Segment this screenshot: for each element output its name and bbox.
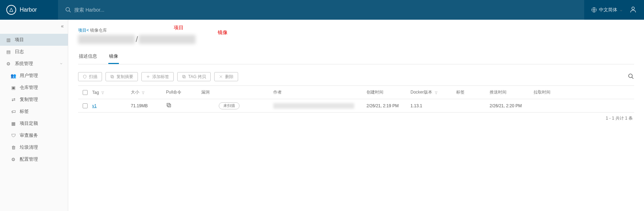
sidebar-item-label: 仓库管理 [20, 84, 38, 91]
cell-pull-cmd [166, 102, 201, 109]
tab-images[interactable]: 镜像 [108, 50, 119, 64]
cell-author [273, 103, 366, 109]
user-icon [629, 6, 637, 13]
sidebar-item-users[interactable]: 👥用户管理 [0, 70, 68, 82]
logo-area: Harbor [0, 5, 58, 15]
select-all-checkbox[interactable] [83, 90, 88, 95]
copy-tag-button[interactable]: TAG 拷贝 [177, 72, 211, 81]
language-label: 中文简体 [599, 7, 617, 13]
sidebar-item-label: 日志 [15, 49, 24, 55]
svg-marker-16 [435, 91, 438, 94]
app-name: Harbor [20, 7, 37, 13]
breadcrumb-sep: < [87, 28, 90, 33]
language-selector[interactable]: 中文简体 [591, 7, 623, 13]
button-label: TAG 拷贝 [188, 74, 206, 80]
registry-icon: ▣ [11, 85, 16, 90]
button-label: 添加标签 [152, 74, 169, 80]
admin-icon: ⚙ [6, 61, 11, 66]
button-label: 复制摘要 [116, 74, 133, 80]
sidebar-item-labels[interactable]: 🏷标签 [0, 106, 68, 117]
chevron-down-icon [619, 8, 623, 12]
sidebar-item-label: 标签 [20, 108, 29, 115]
redacted-project-name: xxxxxxxxxxxxxx [78, 35, 135, 44]
svg-line-13 [632, 77, 633, 79]
column-vuln: 漏洞 [201, 89, 273, 95]
button-label: 删除 [225, 74, 234, 80]
delete-button[interactable]: 删除 [214, 72, 238, 81]
scan-status-badge: 未扫描 [219, 102, 240, 109]
column-pull: Pull命令 [166, 89, 201, 95]
copy-icon [182, 75, 186, 79]
breadcrumb: 项目< 镜像仓库 [78, 27, 634, 33]
redacted-author [273, 103, 354, 109]
close-icon [219, 75, 223, 79]
search-input[interactable] [74, 7, 180, 13]
svg-point-12 [629, 74, 632, 78]
svg-rect-9 [183, 75, 185, 77]
sidebar: « ▥ 项目 ▤ 日志 ⚙ 系统管理 👥用户管理 ▣仓库管理 ⇄复制管理 🏷标签… [0, 20, 68, 211]
annotation-label: 镜像 [218, 30, 228, 36]
copy-digest-button[interactable]: 复制摘要 [106, 72, 138, 81]
table-search-button[interactable] [628, 73, 634, 81]
tag-link[interactable]: v1 [92, 103, 97, 108]
header-right: 中文简体 [584, 6, 644, 14]
toolbar: 扫描 复制摘要 添加标签 TAG 拷贝 删除 [78, 72, 634, 81]
sidebar-item-replication[interactable]: ⇄复制管理 [0, 94, 68, 106]
column-pull-time: 拉取时间 [534, 89, 562, 95]
globe-icon [591, 7, 597, 13]
sidebar-item-interrogation[interactable]: 🛡审查服务 [0, 129, 68, 141]
sidebar-item-config[interactable]: ⚙配置管理 [0, 153, 68, 165]
sidebar-item-label: 审查服务 [20, 132, 38, 139]
global-search[interactable] [58, 0, 584, 20]
tab-info[interactable]: 描述信息 [78, 50, 98, 64]
filter-icon[interactable] [141, 91, 145, 94]
column-push: 推送时间 [490, 89, 534, 95]
add-labels-button[interactable]: 添加标签 [141, 72, 174, 81]
title-sep: / [136, 35, 138, 44]
cell-vuln: 未扫描 [201, 102, 273, 109]
copy-icon [110, 75, 114, 79]
sidebar-item-registries[interactable]: ▣仓库管理 [0, 82, 68, 94]
filter-icon[interactable] [101, 91, 104, 94]
row-checkbox[interactable] [83, 103, 88, 108]
breadcrumb-projects-link[interactable]: 项目 [78, 28, 87, 33]
header: Harbor 中文简体 [0, 0, 644, 20]
sidebar-item-admin[interactable]: ⚙ 系统管理 [0, 58, 68, 70]
sidebar-item-label: 垃圾清理 [20, 144, 38, 151]
column-author: 作者 [273, 89, 366, 95]
sidebar-item-label: 用户管理 [20, 72, 38, 79]
svg-rect-5 [111, 75, 113, 77]
sidebar-item-quotas[interactable]: ▦项目定额 [0, 117, 68, 129]
search-icon [628, 73, 634, 79]
quotas-icon: ▦ [11, 121, 16, 126]
main-content: 项目 镜像 项目< 镜像仓库 xxxxxxxxxxxxxx / xxxxxxxx… [68, 20, 644, 211]
svg-marker-15 [142, 91, 145, 94]
labels-icon: 🏷 [11, 109, 16, 114]
svg-rect-8 [183, 76, 185, 78]
gear-icon: ⚙ [11, 157, 16, 162]
filter-icon[interactable] [434, 91, 438, 94]
users-icon: 👥 [11, 73, 16, 78]
shield-icon [83, 75, 87, 79]
cell-size: 71.19MB [131, 103, 166, 108]
redacted-repo-name: xxxxxxxxxxxxxx [139, 35, 196, 44]
svg-rect-18 [167, 103, 170, 106]
sidebar-item-gc[interactable]: 🗑垃圾清理 [0, 141, 68, 153]
breadcrumb-repos: 镜像仓库 [90, 28, 107, 33]
column-size[interactable]: 大小 [131, 89, 166, 95]
svg-line-1 [69, 11, 71, 12]
scan-button[interactable]: 扫描 [78, 72, 102, 81]
column-docker[interactable]: Docker版本 [410, 89, 456, 95]
sidebar-item-logs[interactable]: ▤ 日志 [0, 46, 68, 58]
sidebar-collapse-button[interactable]: « [61, 23, 64, 29]
repo-title: xxxxxxxxxxxxxx / xxxxxxxxxxxxxx [78, 35, 634, 44]
sidebar-item-projects[interactable]: ▥ 项目 [0, 34, 68, 46]
copy-icon[interactable] [166, 102, 172, 108]
user-menu[interactable] [629, 6, 637, 14]
harbor-logo-icon [6, 5, 16, 15]
column-tag[interactable]: Tag [92, 90, 131, 95]
sidebar-item-label: 系统管理 [15, 60, 33, 67]
table-row: v1 71.19MB 未扫描 2/26/21, 2:19 PM 1.13.1 2… [78, 99, 634, 113]
table-header: Tag 大小 Pull命令 漏洞 作者 创建时间 Docker版本 标签 推送时… [78, 86, 634, 99]
tabs: 描述信息 镜像 [78, 50, 634, 64]
